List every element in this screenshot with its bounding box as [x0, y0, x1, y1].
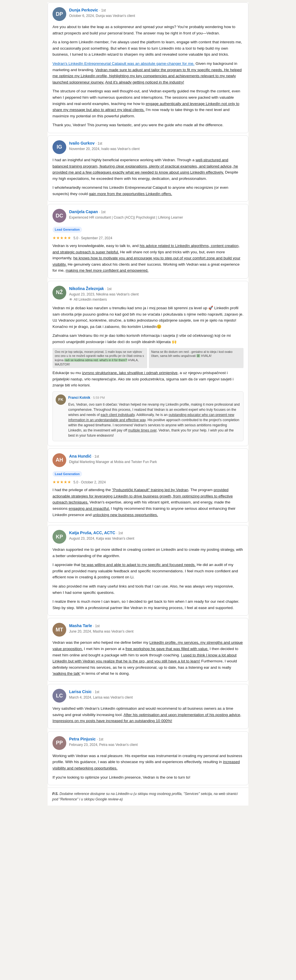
highlight-text: free workshop he gave that was filled wi…	[125, 647, 208, 651]
footer-text: Dodatne reference dostupne su na LinkedI…	[52, 792, 238, 801]
reviewer-info: Danijela Capan · 1st Experienced HR cons…	[69, 209, 243, 220]
reviewer-badge: · 1st	[96, 142, 102, 145]
highlight-text: he was willing and able to adapt to my s…	[81, 563, 196, 567]
reviewer-header: DP Dunja Perkovic · 1st October 6, 2024,…	[53, 7, 243, 21]
review-card-masha: MT Masha Tarle · 1st June 20, 2024, Mash…	[48, 618, 248, 682]
reviewer-name[interactable]: Larisa Cisic	[69, 689, 92, 694]
review-card-dunja: DP Dunja Perkovic · 1st October 6, 2024,…	[48, 2, 248, 133]
reviewer-info: Masha Tarle · 1st June 20, 2024, Masha w…	[69, 623, 243, 634]
reviewer-header: PP Petra Pinjusic · 1st February 23, 202…	[53, 736, 243, 750]
nested-content: Franci Kotnik · 5:59 PM Evo, Vedran, ovo…	[68, 395, 240, 438]
highlight-text: making me feel more confident and empowe…	[66, 268, 149, 272]
eye-icon: 👁	[69, 297, 73, 302]
reviewer-name[interactable]: Masha Tarle	[69, 624, 92, 628]
reviewer-info: Ana Hundić · 1st Digital Marketing Manag…	[69, 453, 243, 465]
reviewer-title: Experienced HR consultant | Coach (ACC)|…	[69, 215, 243, 220]
reviewer-header: DC Danijela Capan · 1st Experienced HR c…	[53, 209, 243, 223]
stars: ★★★★★	[53, 480, 71, 484]
highlight-text: izvrsno strukturirane, lako shvatljive i…	[82, 371, 178, 375]
review-body: Working with Vedran was a real pleasure.…	[53, 753, 243, 780]
reviewer-meta: November 20, 2024, Ivailo was Vedran's c…	[69, 146, 243, 151]
review-paragraph: Working with Vedran was a real pleasure.…	[53, 753, 243, 772]
reviewer-info: Larisa Cisic · 1st March 4, 2024, Larisa…	[69, 689, 243, 700]
reviewer-meta: October 6, 2024, Dunja was Vedran's clie…	[69, 13, 243, 18]
highlight-text: And it's already getting noticed in the …	[105, 80, 184, 84]
reviewer-badge: · 1st	[116, 531, 123, 535]
stars: ★★★★★	[53, 235, 71, 240]
reviewer-meta: August 23, 2024, Katja was Vedran's clie…	[69, 536, 243, 541]
reviewer-header: AH Ana Hundić · 1st Digital Marketing Ma…	[53, 453, 243, 467]
reviewer-name[interactable]: Ana Hundić	[69, 454, 91, 458]
review-card-larisa: LC Larisa Cisic · 1st March 4, 2024, Lar…	[48, 684, 248, 729]
review-card-nikolina: NŽ Nikolina Železnjak · 1st August 23, 2…	[48, 281, 248, 446]
avatar: AH	[53, 453, 66, 467]
review-card-danijela: DC Danijela Capan · 1st Experienced HR c…	[48, 204, 248, 278]
reviewer-name[interactable]: Danijela Capan	[69, 209, 98, 214]
reviewer-name[interactable]: Petra Pinjusic	[69, 737, 96, 741]
lead-gen-badge: Lead Generation	[53, 471, 82, 477]
nested-body: Evo, Vedran, ovo sam ti obečao: Vedran h…	[68, 402, 240, 438]
highlight-text: engage authentically and leverage Linked…	[53, 102, 239, 112]
review-body: Vedran is very knowledgeable, easy to ta…	[53, 243, 243, 274]
reviewer-header: IG Ivailo Gurkov · 1st November 20, 2024…	[53, 140, 243, 154]
review-card-ivailo: IG Ivailo Gurkov · 1st November 20, 2024…	[48, 135, 248, 202]
avatar: IG	[53, 140, 66, 154]
reviewer-badge: · 1st	[93, 690, 100, 694]
review-card-ana: AH Ana Hundić · 1st Digital Marketing Ma…	[48, 449, 248, 523]
reviewer-name[interactable]: Ivailo Gurkov	[69, 141, 95, 145]
reviewer-meta: March 4, 2024, Larisa was Vedran's clien…	[69, 695, 243, 700]
highlight-text: Vedran's LinkedIn Entrepreneurial Catapu…	[53, 61, 194, 66]
avatar: DP	[53, 7, 66, 21]
review-body: I had an insightful and highly beneficia…	[53, 157, 243, 197]
reviewer-info: Petra Pinjusic · 1st February 23, 2024, …	[69, 736, 243, 747]
review-paragraph: Vedran was the person who helped me defi…	[53, 640, 243, 677]
reviewer-name[interactable]: Dunja Perkovic	[69, 8, 98, 12]
reviewer-name[interactable]: Nikolina Železnjak	[69, 286, 104, 291]
nested-name[interactable]: Franci Kotnik	[68, 396, 90, 399]
reviewer-info: Ivailo Gurkov · 1st November 20, 2024, I…	[69, 140, 243, 151]
review-card-katja: KP Katja Pruša, ACC, ACTC · 1st August 2…	[48, 525, 248, 616]
review-body: Vedran supported me to get more skilled …	[53, 547, 243, 611]
reviewer-header: LC Larisa Cisic · 1st March 4, 2024, Lar…	[53, 689, 243, 703]
highlight-text: I used to think I know a lot about Linke…	[53, 653, 237, 663]
reviewer-meta: June 20, 2024, Masha was Vedran's client	[69, 629, 243, 634]
highlight-text: he knows how to motivate you and encoura…	[53, 256, 240, 267]
linkedin-members-label: All LinkedIn members	[74, 297, 107, 302]
review-paragraph: The structure of our meetings was well t…	[53, 88, 243, 119]
review-paragraph: Vedran's LinkedIn Entrepreneurial Catapu…	[53, 60, 243, 85]
review-paragraph: He also provided me with many useful lin…	[53, 583, 243, 596]
highlight-text: 'walking the talk'	[53, 671, 80, 676]
review-body: Very satisfied with Vedran's LinkedIn op…	[53, 705, 243, 724]
reviewer-badge: · 1st	[99, 210, 105, 214]
review-body: Are you about to take the leap as a solo…	[53, 24, 243, 128]
avatar: PP	[53, 736, 66, 750]
avatar: KP	[53, 530, 66, 544]
review-paragraph: I realize there is much more I can learn…	[53, 598, 243, 611]
nested-comment: FK Franci Kotnik · 5:59 PM Evo, Vedran, …	[53, 391, 243, 441]
review-paragraph: If you're looking to optimize your Linke…	[53, 774, 243, 781]
review-card-petra: PP Petra Pinjusic · 1st February 23, 202…	[48, 731, 248, 785]
footer-note: P.S. Dodatne reference dostupne su na Li…	[48, 788, 248, 806]
review-body: I had the privilege of attending the "Po…	[53, 487, 243, 518]
review-body: Vedran mi je došao kao naručen u trenutk…	[53, 305, 243, 441]
highlight-text: his advice related to LinkedIn algorithm…	[53, 243, 239, 254]
highlight-text: increased visibility and networking oppo…	[53, 760, 240, 770]
review-paragraph: As a long-term LinkedIn member, I've alw…	[53, 39, 243, 58]
reviewer-header: KP Katja Pruša, ACC, ACTC · 1st August 2…	[53, 530, 243, 544]
highlight-text: After his optimisation and upon implemen…	[53, 713, 241, 723]
screenshot-row: Ovo mi je top sekcija, moram priznat. 1 …	[53, 348, 243, 368]
review-paragraph: Vedran supported me to get more skilled …	[53, 547, 243, 559]
review-paragraph: Vedran is very knowledgeable, easy to ta…	[53, 243, 243, 274]
avatar: MT	[53, 623, 66, 636]
reviewer-badge: · 1st	[97, 737, 103, 741]
reviewer-title: Digital Marketing Manager at Mobia and T…	[69, 459, 243, 465]
reviewer-header: MT Masha Tarle · 1st June 20, 2024, Mash…	[53, 623, 243, 636]
avatar: LC	[53, 689, 66, 703]
reviewer-badge: · 1st	[99, 8, 106, 12]
reviewer-badge: · 1st	[105, 287, 111, 291]
stars-meta: 5.0 · October 2, 2024	[73, 480, 106, 484]
reviewer-name[interactable]: Katja Pruša, ACC, ACTC	[69, 530, 115, 535]
stars-meta: 5.0 · September 27, 2024	[73, 236, 112, 240]
footer-label: P.S.	[52, 792, 59, 796]
highlight-text: well-structured and balanced training pr…	[53, 158, 238, 174]
